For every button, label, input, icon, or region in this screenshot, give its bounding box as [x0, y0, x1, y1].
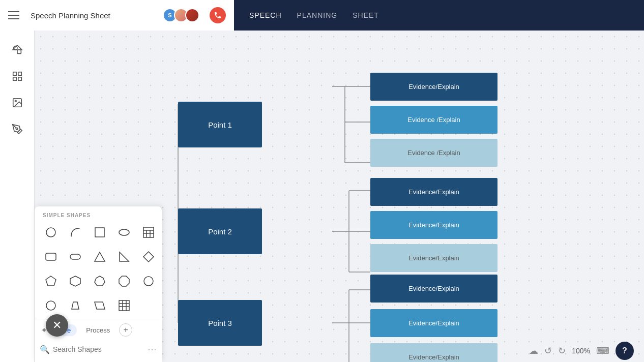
search-shapes-row: 🔍 ⋯ — [35, 341, 162, 358]
shape-table[interactable] — [137, 221, 160, 244]
svg-point-8 — [15, 100, 16, 102]
nav-planning[interactable]: PLANNING — [297, 11, 338, 19]
evidence-1-1[interactable]: Evidence/Explain — [370, 73, 497, 101]
shape-empty — [137, 294, 160, 317]
svg-point-9 — [16, 128, 18, 130]
svg-rect-30 — [95, 228, 104, 237]
top-bar: Speech Planning Sheet S SPEECH PLANNING … — [0, 0, 644, 31]
avatars: S — [166, 8, 199, 22]
svg-marker-48 — [72, 302, 79, 309]
call-button[interactable] — [210, 7, 226, 23]
svg-marker-40 — [120, 252, 129, 261]
svg-rect-32 — [143, 227, 154, 237]
svg-marker-49 — [95, 302, 105, 309]
svg-marker-41 — [143, 252, 154, 262]
svg-point-29 — [46, 228, 55, 237]
svg-rect-38 — [70, 254, 80, 259]
svg-marker-39 — [95, 252, 105, 261]
sidebar-shapes[interactable] — [6, 39, 28, 61]
shape-rounded-rect[interactable] — [40, 246, 62, 268]
help-button[interactable]: ? — [616, 342, 634, 360]
shape-square[interactable] — [89, 221, 111, 244]
evidence-3-2[interactable]: Evidence/Explain — [370, 309, 497, 337]
search-icon: 🔍 — [40, 345, 50, 354]
shape-ellipse[interactable] — [113, 221, 135, 244]
svg-point-46 — [144, 277, 153, 286]
shape-stadium[interactable] — [64, 246, 86, 268]
shape-arc[interactable] — [64, 221, 86, 244]
svg-point-47 — [46, 301, 55, 310]
evidence-3-1[interactable]: Evidence/Explain — [370, 275, 497, 303]
evidence-2-1[interactable]: Evidence/Explain — [370, 178, 497, 206]
shape-circle[interactable] — [40, 221, 62, 244]
svg-rect-5 — [13, 77, 16, 80]
top-bar-left: Speech Planning Sheet S — [0, 0, 234, 31]
fab-close[interactable]: ✕ — [46, 314, 68, 337]
shapes-section-label: SIMPLE SHAPES — [35, 206, 162, 221]
shape-circle-sm[interactable] — [40, 294, 62, 317]
shape-heptagon[interactable] — [89, 270, 111, 292]
add-tab-button[interactable]: + — [119, 323, 132, 337]
svg-rect-4 — [18, 72, 21, 75]
svg-rect-50 — [119, 300, 129, 311]
shape-parallelogram[interactable] — [89, 294, 111, 317]
svg-marker-44 — [95, 276, 105, 286]
nav-speech[interactable]: SPEECH — [249, 11, 282, 19]
zoom-label: 100% — [572, 347, 590, 355]
svg-marker-43 — [70, 276, 80, 286]
avatar-2 — [185, 8, 199, 22]
evidence-1-2[interactable]: Evidence /Explain — [370, 106, 497, 134]
shape-trapezoid[interactable] — [64, 294, 86, 317]
shape-octagon[interactable] — [113, 270, 135, 292]
point-2-node[interactable]: Point 2 — [178, 208, 262, 254]
redo-icon[interactable]: ↻ — [558, 345, 566, 356]
sidebar-image[interactable] — [6, 92, 28, 114]
undo-icon[interactable]: ↺ — [544, 345, 552, 356]
shapes-panel: SIMPLE SHAPES — [35, 206, 162, 362]
shape-hexagon[interactable] — [64, 270, 86, 292]
svg-rect-37 — [46, 253, 56, 260]
shape-triangle[interactable] — [89, 246, 111, 268]
top-nav: SPEECH PLANNING SHEET — [234, 11, 394, 19]
svg-rect-1 — [17, 50, 21, 53]
keyboard-icon[interactable]: ⌨ — [596, 345, 609, 356]
shape-table2[interactable] — [113, 294, 135, 317]
point-1-node[interactable]: Point 1 — [178, 102, 262, 147]
search-shapes-input[interactable] — [53, 345, 144, 353]
point-3-node[interactable]: Point 3 — [178, 300, 262, 346]
svg-rect-3 — [13, 72, 16, 75]
svg-point-31 — [119, 229, 129, 235]
evidence-1-3[interactable]: Evidence /Explain — [370, 139, 497, 167]
doc-title: Speech Planning Sheet — [31, 11, 160, 20]
shape-circle-outline[interactable] — [137, 270, 160, 292]
svg-marker-42 — [46, 276, 56, 286]
shape-diamond[interactable] — [137, 246, 160, 268]
cloud-icon[interactable]: ☁ — [529, 345, 538, 356]
shapes-grid — [35, 221, 162, 317]
shape-right-triangle[interactable] — [113, 246, 135, 268]
tab-process[interactable]: Process — [80, 324, 116, 336]
svg-rect-6 — [18, 77, 21, 80]
hamburger-button[interactable] — [8, 7, 24, 23]
evidence-2-3[interactable]: Evidence/Explain — [370, 244, 497, 272]
sidebar-grid[interactable] — [6, 65, 28, 87]
sidebar — [0, 31, 35, 362]
evidence-2-2[interactable]: Evidence/Explain — [370, 211, 497, 239]
shape-pentagon[interactable] — [40, 270, 62, 292]
more-icon[interactable]: ⋯ — [148, 344, 157, 355]
svg-marker-45 — [119, 276, 129, 286]
nav-sheet[interactable]: SHEET — [353, 11, 379, 19]
sidebar-draw[interactable] — [6, 118, 28, 140]
